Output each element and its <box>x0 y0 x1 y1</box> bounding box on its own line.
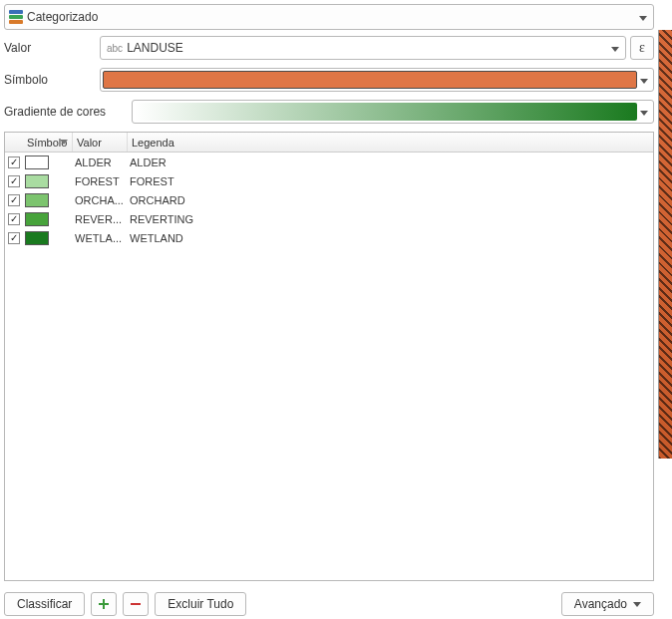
symbol-label: Símbolo <box>4 73 100 87</box>
value-field-combo[interactable]: abc LANDUSE <box>100 36 626 60</box>
categories-table: Símbolo Valor Legenda ✓ALDERALDER✓FOREST… <box>4 132 654 581</box>
category-value[interactable]: ALDER <box>73 156 128 168</box>
col-symbol[interactable]: Símbolo <box>23 133 73 152</box>
table-row[interactable]: ✓FORESTFOREST <box>5 171 653 190</box>
map-preview-strip <box>658 30 672 459</box>
remove-category-button[interactable] <box>123 592 149 616</box>
value-label: Valor <box>4 41 100 55</box>
col-legend[interactable]: Legenda <box>128 133 653 152</box>
advanced-button[interactable]: Avançado <box>561 592 654 616</box>
table-row[interactable]: ✓ALDERALDER <box>5 153 653 171</box>
chevron-down-icon <box>611 41 619 55</box>
category-swatch[interactable] <box>25 174 49 188</box>
sort-indicator-icon <box>60 140 68 145</box>
color-ramp[interactable] <box>132 100 654 124</box>
symbol-swatch[interactable] <box>100 68 654 92</box>
category-value[interactable]: FOREST <box>73 175 128 187</box>
category-checkbox[interactable]: ✓ <box>8 213 20 225</box>
category-swatch[interactable] <box>25 193 49 207</box>
classify-button[interactable]: Classificar <box>4 592 85 616</box>
chevron-down-icon <box>633 602 641 607</box>
plus-icon <box>98 598 110 610</box>
chevron-down-icon <box>637 105 651 119</box>
svg-rect-1 <box>99 603 109 605</box>
category-checkbox[interactable]: ✓ <box>8 194 20 206</box>
table-header: Símbolo Valor Legenda <box>5 133 653 153</box>
category-swatch[interactable] <box>25 155 49 169</box>
category-checkbox[interactable]: ✓ <box>8 232 20 244</box>
chevron-down-icon <box>639 10 647 24</box>
col-value[interactable]: Valor <box>73 133 128 152</box>
category-legend[interactable]: ALDER <box>128 156 653 168</box>
category-value[interactable]: WETLA... <box>73 232 128 244</box>
categorized-icon <box>9 10 23 25</box>
gradient-fill <box>135 103 637 121</box>
category-legend[interactable]: WETLAND <box>128 232 653 244</box>
renderer-label: Categorizado <box>27 10 98 24</box>
delete-all-button[interactable]: Excluir Tudo <box>155 592 246 616</box>
renderer-selector[interactable]: Categorizado <box>4 4 654 30</box>
minus-icon <box>130 598 142 610</box>
field-type-tag: abc <box>107 43 123 54</box>
category-checkbox[interactable]: ✓ <box>8 175 20 187</box>
category-legend[interactable]: FOREST <box>128 175 653 187</box>
svg-rect-2 <box>131 603 141 605</box>
symbol-fill <box>103 71 637 89</box>
value-field-name: LANDUSE <box>127 41 183 55</box>
category-checkbox[interactable]: ✓ <box>8 156 20 168</box>
table-row[interactable]: ✓WETLA...WETLAND <box>5 228 653 247</box>
col-check[interactable] <box>5 133 23 152</box>
category-swatch[interactable] <box>25 231 49 245</box>
table-row[interactable]: ✓REVER...REVERTING <box>5 209 653 228</box>
category-legend[interactable]: ORCHARD <box>128 194 653 206</box>
gradient-label: Gradiente de cores <box>4 105 132 119</box>
chevron-down-icon <box>637 73 651 87</box>
expression-button[interactable]: ε <box>630 36 654 60</box>
category-value[interactable]: REVER... <box>73 213 128 225</box>
category-legend[interactable]: REVERTING <box>128 213 653 225</box>
category-swatch[interactable] <box>25 212 49 226</box>
table-row[interactable]: ✓ORCHA...ORCHARD <box>5 190 653 209</box>
category-value[interactable]: ORCHA... <box>73 194 128 206</box>
add-category-button[interactable] <box>91 592 117 616</box>
